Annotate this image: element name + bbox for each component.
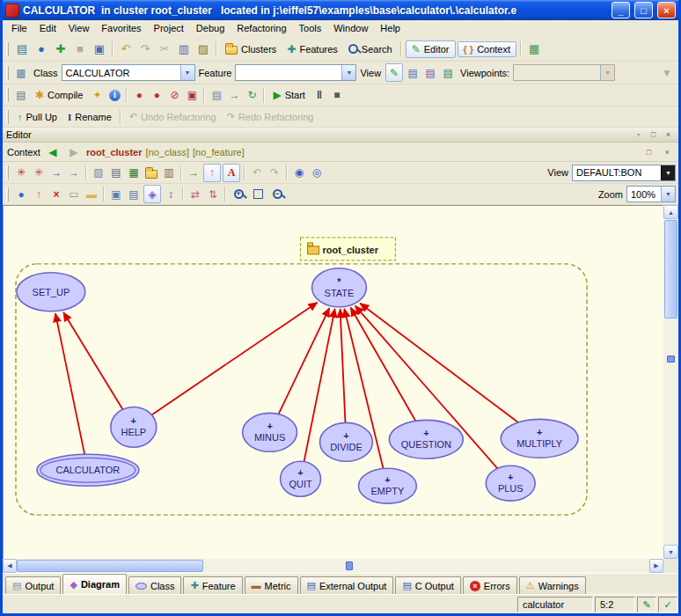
add-class-icon[interactable]: ✚ <box>51 40 70 58</box>
class-node-help[interactable]: +HELP <box>111 407 157 447</box>
class-node-divide[interactable]: +DIVIDE <box>320 422 373 461</box>
horizontal-layout-icon[interactable]: ⇄ <box>187 185 204 203</box>
scroll-right-icon[interactable]: ▶ <box>649 559 663 573</box>
redo-icon[interactable]: ↷ <box>135 40 155 58</box>
menu-file[interactable]: File <box>5 21 33 36</box>
features-button[interactable]: ✚ Features <box>282 41 342 57</box>
close-button[interactable]: × <box>657 2 676 18</box>
paste-icon[interactable]: ▨ <box>194 40 213 58</box>
start-button[interactable]: ▶ Start <box>267 87 310 103</box>
vertical-scrollbar[interactable]: ▲ ▼ <box>663 205 678 559</box>
title-bar[interactable]: CALCULATOR in cluster root_cluster locat… <box>3 0 678 20</box>
pull-up-button[interactable]: ↑ Pull Up <box>12 110 62 124</box>
tab-feature[interactable]: ✚Feature <box>183 576 242 594</box>
horizontal-scroll-track[interactable] <box>17 559 649 573</box>
rename-button[interactable]: I Rename <box>62 110 117 124</box>
feature-combobox[interactable]: ▼ <box>235 64 356 81</box>
class-combobox-value[interactable]: CALCULATOR <box>62 65 180 80</box>
menu-refactoring[interactable]: Refactoring <box>231 21 292 36</box>
bon-view-icon[interactable]: ● <box>12 185 30 203</box>
debug-attach-icon[interactable]: ● <box>148 86 165 105</box>
export-png-icon[interactable]: ▧ <box>90 164 107 182</box>
send-to-icon[interactable]: ▩ <box>12 63 30 82</box>
class-combobox[interactable]: CALCULATOR ▼ <box>62 64 195 81</box>
tab-errors[interactable]: ×Errors <box>463 576 517 594</box>
zoom-combobox[interactable]: 100% ▼ <box>626 186 676 202</box>
open-file-icon[interactable]: ● <box>32 40 51 58</box>
compile-button[interactable]: ✱ Compile <box>30 87 88 103</box>
cut-icon[interactable]: ✂ <box>155 40 174 58</box>
text-labels-icon[interactable]: A <box>223 164 240 182</box>
vertical-scroll-thumb[interactable] <box>664 220 677 319</box>
close-panel-icon[interactable]: × <box>662 129 675 141</box>
class-node-minus[interactable]: +MINUS <box>243 413 297 451</box>
diagram-view-combobox[interactable]: DEFAULT:BON ▼ <box>572 165 676 181</box>
inheritance-link-help-state[interactable] <box>151 303 317 415</box>
vertical-scroll-track[interactable] <box>663 219 678 545</box>
inheritance-link-icon[interactable]: → <box>65 164 83 182</box>
menu-debug[interactable]: Debug <box>190 21 231 36</box>
new-window-icon[interactable]: ▤ <box>12 40 32 58</box>
undo-icon[interactable]: ↶ <box>116 40 135 58</box>
editor-toggle-button[interactable]: ✎ Editor <box>406 40 456 58</box>
toolbar-grip[interactable] <box>6 187 9 202</box>
save-icon[interactable]: ■ <box>70 40 90 58</box>
finalize-key-icon[interactable]: ✦ <box>88 86 106 105</box>
zoom-dropdown-icon[interactable]: ▼ <box>661 187 675 202</box>
diagram-undo-icon[interactable]: ↶ <box>248 164 266 182</box>
client-supplier-link-icon[interactable]: → <box>48 164 65 182</box>
toolbar-grip[interactable] <box>6 88 9 102</box>
search-button[interactable]: Search <box>343 42 398 56</box>
cluster-relations-icon[interactable]: ✳ <box>30 164 48 182</box>
horizontal-scroll-thumb[interactable] <box>17 560 203 572</box>
delete-item-icon[interactable]: × <box>48 185 65 203</box>
selection-tool-icon[interactable]: ▭ <box>65 185 83 203</box>
context-cluster-link[interactable]: root_cluster <box>86 147 143 158</box>
tab-class[interactable]: Class <box>128 576 182 594</box>
scroll-left-icon[interactable]: ◀ <box>3 559 17 573</box>
fit-to-window-button[interactable] <box>248 185 267 203</box>
maximize-panel-icon[interactable]: □ <box>647 129 660 141</box>
history-back-icon[interactable]: ◀ <box>44 143 62 161</box>
tab-output[interactable]: ▤Output <box>5 576 61 594</box>
print-diagram-icon[interactable]: ▤ <box>107 164 125 182</box>
inheritance-link-calculator-set_up[interactable] <box>55 313 84 454</box>
tab-external-output[interactable]: ▤External Output <box>300 576 394 594</box>
project-info-icon[interactable]: i <box>106 86 123 105</box>
history-forward-icon[interactable]: ▶ <box>65 143 83 161</box>
editor-view-icon[interactable]: ✎ <box>385 63 403 82</box>
diagram-view-dropdown-icon[interactable]: ▼ <box>661 165 675 180</box>
class-combobox-dropdown-icon[interactable]: ▼ <box>180 65 194 80</box>
class-node-plus[interactable]: +PLUS <box>486 466 535 501</box>
diagram-canvas[interactable]: root_clusterSET_UP*STATE+HELPCALCULATOR+… <box>4 206 663 559</box>
open-cluster-icon[interactable] <box>143 164 160 182</box>
feature-combobox-dropdown-icon[interactable]: ▼ <box>341 65 355 80</box>
statistics-icon[interactable]: ▦ <box>125 164 143 182</box>
pause-icon[interactable]: ‖ <box>311 86 328 105</box>
zoom-out-button[interactable]: − <box>267 185 287 203</box>
menu-view[interactable]: View <box>62 21 96 36</box>
context-toggle-button[interactable]: { } Context <box>458 41 517 57</box>
quality-layout-icon[interactable]: ▣ <box>107 185 125 203</box>
zoom-value[interactable]: 100% <box>627 187 661 202</box>
class-node-state[interactable]: *STATE <box>312 268 367 307</box>
class-node-empty[interactable]: +EMPTY <box>358 468 416 503</box>
reorder-icon[interactable]: ↕ <box>162 185 179 203</box>
toolbar-grip[interactable] <box>6 66 9 80</box>
toolbar-grip[interactable] <box>6 110 9 124</box>
float-panel-icon[interactable]: ▫ <box>632 129 645 141</box>
viewpoints-combobox[interactable]: ▼ <box>513 64 615 81</box>
new-development-tool-icon[interactable]: ▦ <box>524 40 544 58</box>
menu-edit[interactable]: Edit <box>33 21 62 36</box>
class-node-calculator[interactable]: CALCULATOR <box>37 454 139 486</box>
class-node-question[interactable]: +QUESTION <box>389 420 463 458</box>
toolbar-overflow-icon[interactable]: ▼ <box>658 63 676 82</box>
resume-icon[interactable]: ↻ <box>243 86 260 105</box>
class-node-set_up[interactable]: SET_UP <box>17 273 85 312</box>
move-up-icon[interactable]: ↑ <box>30 185 48 203</box>
redo-refactoring-button[interactable]: ↷ Redo Refactoring <box>222 109 319 124</box>
class-relations-icon[interactable]: ✳ <box>12 164 30 182</box>
close-context-icon[interactable]: × <box>661 146 674 158</box>
scroll-down-icon[interactable]: ▼ <box>663 545 678 559</box>
parent-cluster-icon[interactable]: ↑ <box>203 164 221 182</box>
